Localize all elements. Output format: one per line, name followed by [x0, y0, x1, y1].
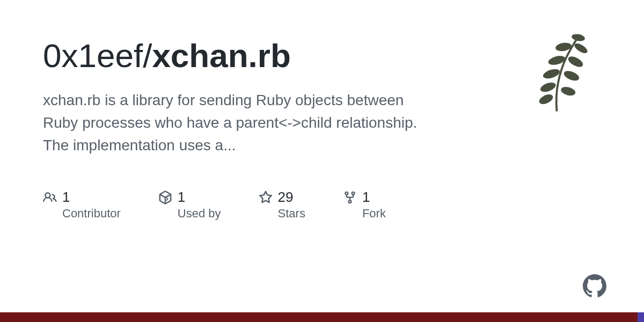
usedby-label: Used by: [178, 207, 221, 221]
stat-forks: 1 Fork: [343, 189, 386, 221]
repo-card: 0x1eef/xchan.rb xchan.rb is a library fo…: [0, 0, 644, 322]
language-bar-ruby: [0, 312, 638, 322]
contributors-count: 1: [62, 189, 70, 206]
stats-row: 1 Contributor 1 Used by 29 Stars: [43, 189, 601, 221]
language-bar: [0, 312, 644, 322]
svg-point-6: [567, 54, 585, 69]
usedby-icon: [158, 191, 172, 204]
usedby-count: 1: [178, 189, 185, 206]
stat-usedby: 1 Used by: [158, 189, 221, 221]
svg-point-8: [573, 41, 589, 55]
forks-count: 1: [362, 189, 370, 206]
repo-owner: 0x1eef: [43, 37, 143, 74]
repo-name: xchan.rb: [152, 37, 290, 74]
fork-icon: [343, 191, 357, 204]
contributors-icon: [43, 191, 57, 204]
stat-contributors: 1 Contributor: [43, 189, 121, 221]
svg-point-4: [562, 69, 580, 83]
stars-count: 29: [278, 189, 294, 206]
star-icon: [259, 191, 273, 204]
svg-point-1: [539, 80, 557, 93]
repo-description: xchan.rb is a library for sending Ruby o…: [43, 89, 435, 157]
contributors-label: Contributor: [62, 207, 121, 221]
stat-stars: 29 Stars: [259, 189, 305, 221]
svg-point-0: [538, 92, 554, 106]
svg-point-9: [571, 33, 586, 42]
plant-icon: [523, 32, 593, 113]
stars-label: Stars: [278, 207, 305, 221]
github-logo-icon: [583, 274, 606, 298]
forks-label: Fork: [362, 207, 386, 221]
repo-title: 0x1eef/xchan.rb: [43, 38, 601, 74]
repo-separator: /: [143, 37, 152, 74]
language-bar-other: [638, 312, 644, 322]
svg-point-2: [560, 85, 576, 97]
